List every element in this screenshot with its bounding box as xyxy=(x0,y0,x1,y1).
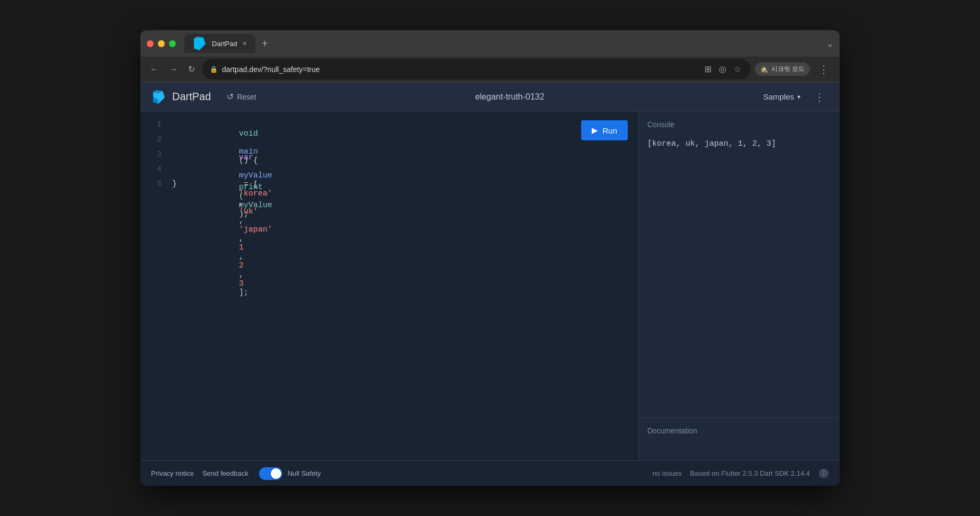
header-right: Samples ▾ ⋮ xyxy=(758,88,829,105)
run-label: Run xyxy=(602,126,617,135)
no-issues-text: no issues xyxy=(653,469,682,477)
samples-button[interactable]: Samples ▾ xyxy=(758,89,806,104)
info-icon[interactable]: ⓘ xyxy=(818,468,829,479)
line-number-5: 5 xyxy=(149,180,162,188)
new-tab-button[interactable]: + xyxy=(257,35,272,52)
null-safety-toggle[interactable]: Null Safety xyxy=(259,467,321,480)
privacy-notice-link[interactable]: Privacy notice xyxy=(151,469,202,477)
send-feedback-link[interactable]: Send feedback xyxy=(202,469,257,477)
code-line-2: 2 var myValue = [ 'korea' , 'uk' , 'jap xyxy=(140,135,638,150)
run-button[interactable]: ▶ Run xyxy=(581,120,628,140)
chevron-down-icon: ▾ xyxy=(797,93,800,101)
null-safety-label: Null Safety xyxy=(288,469,321,477)
reload-button[interactable]: ↻ xyxy=(185,61,198,77)
incognito-badge: 🕵️ 시크릿 모드 xyxy=(755,63,810,76)
back-button[interactable]: ← xyxy=(147,61,162,77)
reset-icon: ↺ xyxy=(227,92,234,102)
code-line-4: 4 print ( myValue ); xyxy=(140,165,638,180)
close-button[interactable] xyxy=(147,40,154,47)
right-panel: Console [korea, uk, japan, 1, 2, 3] Docu… xyxy=(638,112,840,460)
reset-label: Reset xyxy=(237,93,256,101)
version-info-text: Based on Flutter 2.5.3 Dart SDK 2.14.4 xyxy=(690,469,810,477)
active-tab[interactable]: DartPad × xyxy=(184,34,255,53)
traffic-lights xyxy=(147,40,176,47)
run-icon: ▶ xyxy=(592,126,598,135)
code-line-1: 1 void main () { xyxy=(140,120,638,135)
console-output: [korea, uk, japan, 1, 2, 3] xyxy=(647,137,831,150)
line-number-4: 4 xyxy=(149,165,162,173)
dartpad-title: DartPad xyxy=(172,91,211,103)
dartpad-logo: DartPad xyxy=(151,89,211,105)
address-bar-input[interactable]: 🔒 dartpad.dev/?null_safety=true ⊞ ◎ ☆ xyxy=(202,59,751,79)
tab-dropdown-icon[interactable]: ⌄ xyxy=(826,39,833,49)
footer: Privacy notice Send feedback Null Safety… xyxy=(140,460,840,486)
star-icon[interactable]: ☆ xyxy=(732,62,743,76)
main-area: ▶ Run 1 void main () { xyxy=(140,112,840,460)
tab-close-icon[interactable]: × xyxy=(242,38,248,49)
lock-icon: 🔒 xyxy=(210,66,218,73)
app-content: DartPad ↺ Reset elegant-truth-0132 Sampl… xyxy=(140,82,840,486)
console-section: Console [korea, uk, japan, 1, 2, 3] xyxy=(639,112,840,418)
svg-marker-2 xyxy=(194,37,206,50)
toggle-switch[interactable] xyxy=(259,467,282,480)
line-number-2: 2 xyxy=(149,135,162,144)
browser-more-button[interactable]: ⋮ xyxy=(814,61,833,78)
address-bar: ← → ↻ 🔒 dartpad.dev/?null_safety=true ⊞ … xyxy=(140,57,840,82)
translate-icon[interactable]: ⊞ xyxy=(702,62,714,76)
reset-button[interactable]: ↺ Reset xyxy=(221,88,262,105)
incognito-label: 시크릿 모드 xyxy=(771,65,805,74)
address-actions: ⊞ ◎ ☆ xyxy=(702,62,743,76)
line-number-3: 3 xyxy=(149,150,162,158)
run-button-wrap: ▶ Run xyxy=(581,120,628,140)
docs-section: Documentation xyxy=(639,418,840,460)
tab-title: DartPad xyxy=(212,40,237,48)
tab-favicon xyxy=(192,35,208,51)
code-content-3 xyxy=(172,150,177,159)
forward-button[interactable]: → xyxy=(166,61,181,77)
incognito-icon: 🕵️ xyxy=(760,66,768,73)
code-content-4: print ( myValue ); xyxy=(172,165,272,228)
console-label: Console xyxy=(647,120,831,129)
address-text: dartpad.dev/?null_safety=true xyxy=(222,65,698,74)
dartpad-header: DartPad ↺ Reset elegant-truth-0132 Sampl… xyxy=(140,82,840,112)
maximize-button[interactable] xyxy=(169,40,176,47)
title-bar: DartPad × + ⌄ xyxy=(140,30,840,57)
eye-icon[interactable]: ◎ xyxy=(717,62,728,76)
samples-label: Samples xyxy=(763,92,794,101)
project-name: elegant-truth-0132 xyxy=(262,92,758,102)
code-editor[interactable]: ▶ Run 1 void main () { xyxy=(140,112,638,460)
toggle-knob xyxy=(271,468,281,479)
dartpad-logo-icon xyxy=(151,89,167,105)
browser-window: DartPad × + ⌄ ← → ↻ 🔒 dartpad.dev/?null_… xyxy=(140,30,840,486)
docs-label: Documentation xyxy=(647,426,831,435)
tab-bar: DartPad × + xyxy=(184,34,822,53)
code-content-5: } xyxy=(172,180,177,189)
minimize-button[interactable] xyxy=(158,40,165,47)
line-number-1: 1 xyxy=(149,120,162,129)
dartpad-more-button[interactable]: ⋮ xyxy=(810,88,829,105)
footer-right: no issues Based on Flutter 2.5.3 Dart SD… xyxy=(653,468,829,479)
code-lines: 1 void main () { 2 var xyxy=(140,120,638,194)
